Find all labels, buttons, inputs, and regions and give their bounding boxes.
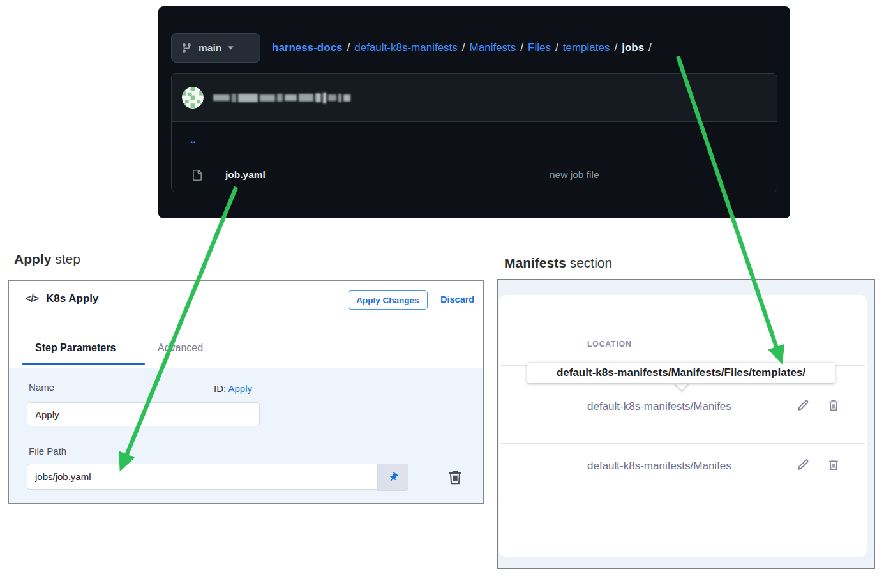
pencil-icon — [796, 458, 810, 472]
manifest-location-text: default-k8s-manifests/Manifes — [587, 400, 776, 413]
redacted-commit-message — [213, 93, 350, 103]
delete-file-path-button[interactable] — [447, 469, 463, 486]
breadcrumb-separator: / — [555, 41, 558, 54]
file-path-field-group — [27, 464, 408, 490]
edit-manifest-button[interactable] — [795, 398, 811, 414]
file-list: .. job.yaml new job file — [171, 73, 777, 192]
step-id: ID: Apply — [214, 383, 252, 394]
row-divider — [501, 497, 865, 497]
manifests-list-card — [499, 295, 867, 557]
tab-step-parameters[interactable]: Step Parameters — [35, 342, 116, 354]
breadcrumb-separator: / — [462, 41, 465, 54]
name-input[interactable] — [27, 402, 260, 426]
caption-bold: Apply — [14, 252, 51, 266]
breadcrumb-link[interactable]: Manifests — [470, 41, 516, 54]
delete-manifest-button[interactable] — [826, 457, 841, 474]
trash-icon — [447, 469, 463, 486]
manifest-path-tooltip: default-k8s-manifests/Manifests/Files/te… — [527, 363, 835, 383]
breadcrumb-separator: / — [648, 41, 652, 54]
latest-commit-row — [172, 74, 777, 122]
file-path-label: File Path — [29, 446, 66, 456]
breadcrumb-repo[interactable]: harness-docs — [272, 41, 343, 54]
active-tab-underline — [22, 363, 145, 365]
trash-icon — [827, 458, 841, 472]
discard-button[interactable]: Discard — [440, 294, 474, 305]
apply-step-caption: Apply step — [14, 252, 80, 267]
avatar[interactable] — [182, 87, 204, 109]
pencil-icon — [796, 398, 810, 412]
github-file-browser: main harness-docs / default-k8s-manifest… — [158, 6, 790, 218]
file-name-link[interactable]: job.yaml — [225, 169, 266, 181]
caption-bold: Manifests — [504, 255, 566, 270]
manifests-section-caption: Manifests section — [504, 255, 612, 271]
github-topbar: main harness-docs / default-k8s-manifest… — [171, 33, 656, 63]
breadcrumb-link[interactable]: default-k8s-manifests — [354, 41, 458, 54]
breadcrumb-separator: / — [614, 41, 617, 54]
trash-icon — [827, 398, 841, 412]
header-divider — [9, 324, 483, 324]
k8s-apply-step-panel: </> K8s Apply Apply Changes Discard Step… — [8, 280, 484, 504]
git-branch-icon — [181, 43, 192, 54]
breadcrumb: harness-docs / default-k8s-manifests / M… — [272, 41, 656, 54]
identicon — [182, 87, 204, 109]
tab-advanced[interactable]: Advanced — [158, 342, 203, 354]
delete-manifest-button[interactable] — [826, 398, 841, 414]
parent-directory-link[interactable]: .. — [190, 134, 196, 146]
apply-changes-button[interactable]: Apply Changes — [348, 290, 428, 310]
caption-rest: section — [566, 255, 612, 270]
name-label: Name — [29, 382, 54, 393]
edit-manifest-button[interactable] — [795, 457, 811, 474]
row-divider — [501, 443, 865, 444]
screenshot-canvas: main harness-docs / default-k8s-manifest… — [0, 0, 884, 588]
manifests-section-panel: LOCATION default-k8s-manifests/Manifes d… — [497, 279, 875, 569]
breadcrumb-link[interactable]: templates — [563, 41, 610, 54]
branch-selector[interactable]: main — [171, 33, 260, 63]
id-value-link[interactable]: Apply — [228, 383, 253, 394]
manifest-location-text: default-k8s-manifests/Manifes — [587, 460, 776, 472]
breadcrumb-separator: / — [347, 41, 350, 54]
branch-name: main — [199, 42, 221, 54]
commit-message-link[interactable]: new job file — [550, 169, 599, 181]
location-column-header: LOCATION — [587, 340, 632, 349]
file-path-input[interactable] — [27, 464, 377, 490]
chevron-down-icon — [228, 46, 234, 50]
id-label: ID: — [214, 383, 226, 394]
caption-rest: step — [51, 252, 80, 266]
file-icon — [191, 170, 202, 181]
parent-directory-row: .. — [172, 122, 777, 158]
step-title: K8s Apply — [46, 292, 99, 305]
code-icon: </> — [26, 293, 38, 305]
file-row: job.yaml new job file — [172, 158, 777, 192]
breadcrumb-current: jobs — [622, 41, 644, 54]
fixed-value-pin-button[interactable] — [377, 464, 408, 491]
breadcrumb-separator: / — [520, 41, 523, 54]
pin-icon — [385, 469, 401, 485]
breadcrumb-link[interactable]: Files — [528, 41, 551, 54]
